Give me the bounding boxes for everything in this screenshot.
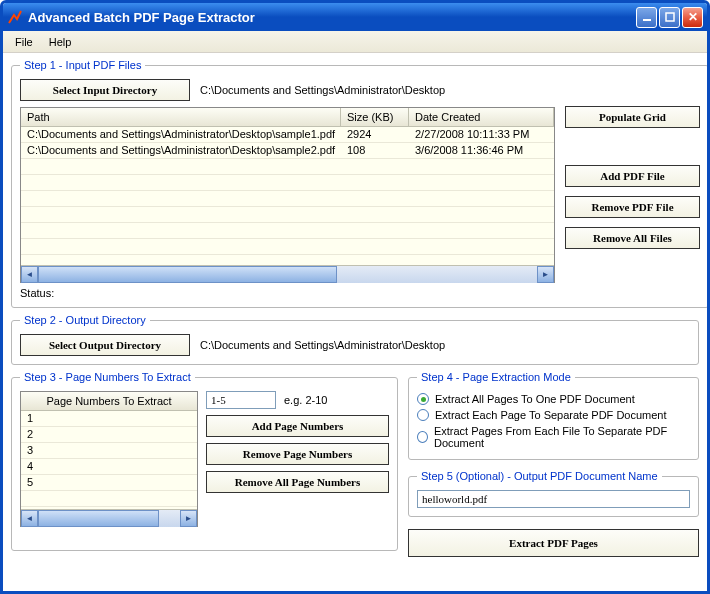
page-range-input[interactable] [206,391,276,409]
radio-option-each-page[interactable]: Extract Each Page To Separate PDF Docume… [417,407,690,423]
step3-legend: Step 3 - Page Numbers To Extract [20,371,195,383]
scroll-left-button[interactable]: ◄ [21,266,38,283]
table-row [21,159,554,175]
files-grid[interactable]: Path Size (KB) Date Created C:\Documents… [20,107,555,283]
list-item[interactable]: 1 [21,411,197,427]
window-controls: ✕ [636,7,703,28]
step4-group: Step 4 - Page Extraction Mode Extract Al… [408,371,699,460]
header-date[interactable]: Date Created [409,108,554,126]
add-page-numbers-button[interactable]: Add Page Numbers [206,415,389,437]
list-body: 1 2 3 4 5 [21,411,197,509]
menubar: File Help [3,31,707,53]
app-window: Advanced Batch PDF Page Extractor ✕ File… [0,0,710,594]
step4-legend: Step 4 - Page Extraction Mode [417,371,575,383]
radio-label: Extract Each Page To Separate PDF Docume… [435,409,667,421]
add-pdf-file-button[interactable]: Add PDF File [565,165,700,187]
list-header: Page Numbers To Extract [21,392,197,411]
svg-rect-1 [666,13,674,21]
radio-option-one-doc[interactable]: Extract All Pages To One PDF Document [417,391,690,407]
remove-all-files-button[interactable]: Remove All Files [565,227,700,249]
svg-rect-0 [643,19,651,21]
grid-header: Path Size (KB) Date Created [21,108,554,127]
list-item[interactable]: 2 [21,427,197,443]
step2-legend: Step 2 - Output Directory [20,314,150,326]
remove-pdf-file-button[interactable]: Remove PDF File [565,196,700,218]
minimize-button[interactable] [636,7,657,28]
cell-date: 2/27/2008 10:11:33 PM [409,127,554,142]
menu-file[interactable]: File [7,34,41,50]
close-button[interactable]: ✕ [682,7,703,28]
list-item[interactable]: 5 [21,475,197,491]
radio-label: Extract All Pages To One PDF Document [435,393,635,405]
cell-path: C:\Documents and Settings\Administrator\… [21,143,341,158]
remove-all-page-numbers-button[interactable]: Remove All Page Numbers [206,471,389,493]
step3-group: Step 3 - Page Numbers To Extract Page Nu… [11,371,398,551]
table-row [21,207,554,223]
table-row[interactable]: C:\Documents and Settings\Administrator\… [21,143,554,159]
remove-page-numbers-button[interactable]: Remove Page Numbers [206,443,389,465]
window-title: Advanced Batch PDF Page Extractor [28,10,636,25]
step1-group: Step 1 - Input PDF Files Select Input Di… [11,59,707,308]
horizontal-scrollbar[interactable]: ◄ ► [21,265,554,282]
output-filename-input[interactable] [417,490,690,508]
list-item [21,491,197,507]
grid-body: C:\Documents and Settings\Administrator\… [21,127,554,265]
populate-grid-button[interactable]: Populate Grid [565,106,700,128]
cell-size: 2924 [341,127,409,142]
maximize-button[interactable] [659,7,680,28]
radio-label: Extract Pages From Each File To Separate… [434,425,690,449]
titlebar: Advanced Batch PDF Page Extractor ✕ [3,3,707,31]
step5-group: Step 5 (Optional) - Output PDF Document … [408,470,699,517]
scroll-right-button[interactable]: ► [180,510,197,527]
table-row[interactable]: C:\Documents and Settings\Administrator\… [21,127,554,143]
extract-pdf-pages-button[interactable]: Extract PDF Pages [408,529,699,557]
app-icon [7,9,23,25]
table-row [21,239,554,255]
radio-icon [417,409,429,421]
cell-size: 108 [341,143,409,158]
scroll-thumb[interactable] [38,266,337,283]
scroll-thumb[interactable] [38,510,159,527]
table-row [21,191,554,207]
scroll-left-button[interactable]: ◄ [21,510,38,527]
radio-icon [417,393,429,405]
cell-date: 3/6/2008 11:36:46 PM [409,143,554,158]
step1-legend: Step 1 - Input PDF Files [20,59,145,71]
header-size[interactable]: Size (KB) [341,108,409,126]
horizontal-scrollbar[interactable]: ◄ ► [21,509,197,526]
step5-legend: Step 5 (Optional) - Output PDF Document … [417,470,662,482]
scroll-track[interactable] [38,266,537,283]
status-label: Status: [20,287,555,299]
radio-icon [417,431,428,443]
scroll-right-button[interactable]: ► [537,266,554,283]
scroll-track[interactable] [38,510,180,527]
input-directory-path: C:\Documents and Settings\Administrator\… [200,84,445,96]
list-item[interactable]: 4 [21,459,197,475]
step2-group: Step 2 - Output Directory Select Output … [11,314,699,365]
radio-option-each-file[interactable]: Extract Pages From Each File To Separate… [417,423,690,451]
select-output-directory-button[interactable]: Select Output Directory [20,334,190,356]
menu-help[interactable]: Help [41,34,80,50]
select-input-directory-button[interactable]: Select Input Directory [20,79,190,101]
header-path[interactable]: Path [21,108,341,126]
page-numbers-list[interactable]: Page Numbers To Extract 1 2 3 4 5 ◄ [20,391,198,527]
output-directory-path: C:\Documents and Settings\Administrator\… [200,339,445,351]
content-area: Step 1 - Input PDF Files Select Input Di… [3,53,707,591]
page-range-hint: e.g. 2-10 [284,394,327,406]
list-item[interactable]: 3 [21,443,197,459]
cell-path: C:\Documents and Settings\Administrator\… [21,127,341,142]
table-row [21,175,554,191]
table-row [21,223,554,239]
